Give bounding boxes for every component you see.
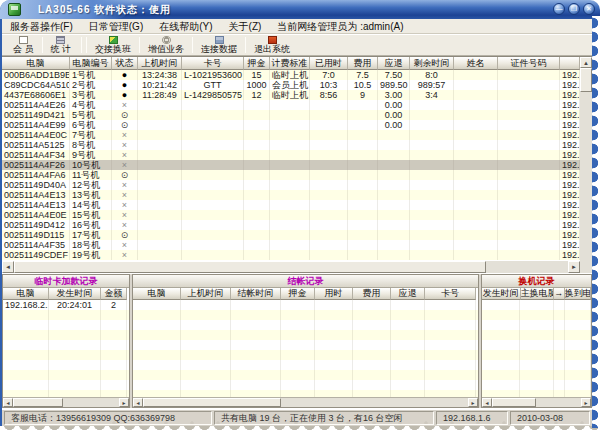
- table-row[interactable]: 00251149D41216号机×192.: [2, 220, 580, 230]
- column-header[interactable]: 姓名: [454, 57, 498, 70]
- panel-row[interactable]: [482, 330, 591, 340]
- panel-row[interactable]: [3, 390, 129, 397]
- table-row[interactable]: 0025114A51258号机×192.: [2, 140, 580, 150]
- panel-horizontal-scrollbar[interactable]: ◄ ►: [133, 397, 478, 407]
- table-row[interactable]: 0025114A4E0C7号机×192.: [2, 130, 580, 140]
- table-row[interactable]: 00251149D4215号机⊙0.00192.: [2, 110, 580, 120]
- scroll-right-button[interactable]: ►: [119, 398, 129, 407]
- panel-row[interactable]: [133, 310, 478, 320]
- vertical-scroll-thumb[interactable]: [580, 68, 592, 92]
- panel-row[interactable]: [482, 340, 591, 350]
- column-header[interactable]: 押金: [244, 57, 270, 70]
- column-header[interactable]: 上机时间: [181, 288, 231, 300]
- panel-row[interactable]: [133, 340, 478, 350]
- close-button[interactable]: ✕: [583, 3, 595, 15]
- scroll-right-button[interactable]: ►: [568, 261, 580, 273]
- panel-row[interactable]: [133, 300, 478, 310]
- column-header[interactable]: 换到电脑: [565, 288, 591, 300]
- column-header[interactable]: 证件号码: [498, 57, 560, 70]
- scroll-right-button[interactable]: ►: [468, 398, 478, 407]
- member-button[interactable]: 会 员: [6, 35, 41, 55]
- panel-row[interactable]: 192.168.2..20:24:012: [3, 300, 129, 310]
- panel-row[interactable]: [133, 370, 478, 380]
- panel-row[interactable]: [133, 320, 478, 330]
- panel-row[interactable]: [482, 300, 591, 310]
- scroll-right-button[interactable]: ►: [581, 398, 591, 407]
- statistics-button[interactable]: 统 计: [44, 35, 79, 55]
- table-row[interactable]: 0025114A4FA611号机⊙192.: [2, 170, 580, 180]
- panel-row[interactable]: [482, 320, 591, 330]
- title-bar[interactable]: LA305-66 软件状态：使用 — ❐ ✕: [0, 0, 600, 19]
- column-header[interactable]: 主换电脑: [521, 288, 554, 300]
- column-header[interactable]: 卡号: [425, 288, 476, 300]
- panel-row[interactable]: [3, 310, 129, 320]
- column-header[interactable]: 计费标准: [270, 57, 310, 70]
- column-header[interactable]: 用时: [315, 288, 353, 300]
- horizontal-scrollbar[interactable]: ◄ ►: [2, 261, 580, 273]
- column-header[interactable]: →: [554, 288, 565, 300]
- panel-horizontal-scrollbar[interactable]: ◄ ►: [482, 397, 591, 407]
- menu-daily-management[interactable]: 日常管理(G): [89, 19, 143, 33]
- panel-scroll-thumb[interactable]: [143, 398, 281, 407]
- scroll-left-button[interactable]: ◄: [2, 261, 14, 273]
- column-header[interactable]: 电脑: [133, 288, 181, 300]
- column-header[interactable]: 应退: [391, 288, 425, 300]
- column-header[interactable]: 状态: [112, 57, 138, 70]
- column-header[interactable]: [560, 57, 580, 70]
- column-header[interactable]: 费用: [348, 57, 378, 70]
- panel-row[interactable]: [133, 360, 478, 370]
- panel-row[interactable]: [3, 330, 129, 340]
- panel-row[interactable]: [482, 390, 591, 397]
- scroll-up-button[interactable]: ▲: [580, 57, 592, 68]
- table-row[interactable]: 0025114A4F349号机×192.: [2, 150, 580, 160]
- connect-data-button[interactable]: 连接数据: [194, 35, 244, 55]
- exit-system-button[interactable]: 退出系统: [247, 35, 297, 55]
- panel-row[interactable]: [3, 360, 129, 370]
- panel-row[interactable]: [133, 330, 478, 340]
- value-added-button[interactable]: 增值业务: [141, 35, 191, 55]
- panel-row[interactable]: [133, 390, 478, 397]
- table-row[interactable]: 00251149D40A12号机×192.: [2, 180, 580, 190]
- scroll-left-button[interactable]: ◄: [482, 398, 492, 407]
- panel-row[interactable]: [133, 380, 478, 390]
- menu-online-help[interactable]: 在线帮助(Y): [159, 19, 212, 33]
- panel-row[interactable]: [482, 310, 591, 320]
- column-header[interactable]: 电脑: [3, 288, 49, 300]
- panel-row[interactable]: [3, 350, 129, 360]
- table-row[interactable]: 0025114A4E996号机⊙0.00192.: [2, 120, 580, 130]
- column-header[interactable]: 剩余时间: [410, 57, 454, 70]
- column-header[interactable]: 应退: [378, 57, 410, 70]
- table-row[interactable]: 000B6ADD1B9B1号机●13:24:38L-102195360015临时…: [2, 70, 580, 80]
- panel-row[interactable]: [3, 380, 129, 390]
- column-header[interactable]: 上机时间: [138, 57, 182, 70]
- column-header[interactable]: 结帐时间: [231, 288, 281, 300]
- menu-server-operations[interactable]: 服务器操作(F): [10, 19, 73, 33]
- panel-row[interactable]: [3, 320, 129, 330]
- table-row[interactable]: 0025114A4E1314号机×192.: [2, 200, 580, 210]
- vertical-scrollbar[interactable]: ▲: [580, 57, 592, 261]
- column-header[interactable]: 电脑: [2, 57, 70, 70]
- column-header[interactable]: 卡号: [182, 57, 244, 70]
- scroll-left-button[interactable]: ◄: [133, 398, 143, 407]
- horizontal-scroll-thumb[interactable]: [14, 261, 486, 273]
- panel-row[interactable]: [133, 350, 478, 360]
- column-header[interactable]: 已用时: [310, 57, 348, 70]
- column-header[interactable]: 发生时间: [49, 288, 101, 300]
- maximize-button[interactable]: ❐: [568, 3, 580, 15]
- table-row[interactable]: 0025114A4E264号机×0.00192.: [2, 100, 580, 110]
- table-row[interactable]: 0025114A4E0E15号机×192.: [2, 210, 580, 220]
- panel-row[interactable]: [482, 350, 591, 360]
- table-row[interactable]: 0025114A4F2610号机×192.: [2, 160, 580, 170]
- panel-row[interactable]: [3, 370, 129, 380]
- scroll-left-button[interactable]: ◄: [3, 398, 13, 407]
- table-row[interactable]: C89CDC64A5102号机●10:21:42GTT1000会员上机10:31…: [2, 80, 580, 90]
- table-row[interactable]: 4437E68606E13号机●11:28:49L-142985057512临时…: [2, 90, 580, 100]
- table-row[interactable]: 00251149D11517号机⊙192.: [2, 230, 580, 240]
- column-header[interactable]: 发生时间: [482, 288, 521, 300]
- shift-handover-button[interactable]: 交接换班: [88, 35, 138, 55]
- column-header[interactable]: 金额: [101, 288, 127, 300]
- column-header[interactable]: 费用: [353, 288, 391, 300]
- menu-about[interactable]: 关于(Z): [229, 19, 262, 33]
- panel-row[interactable]: [3, 340, 129, 350]
- minimize-button[interactable]: —: [553, 3, 565, 15]
